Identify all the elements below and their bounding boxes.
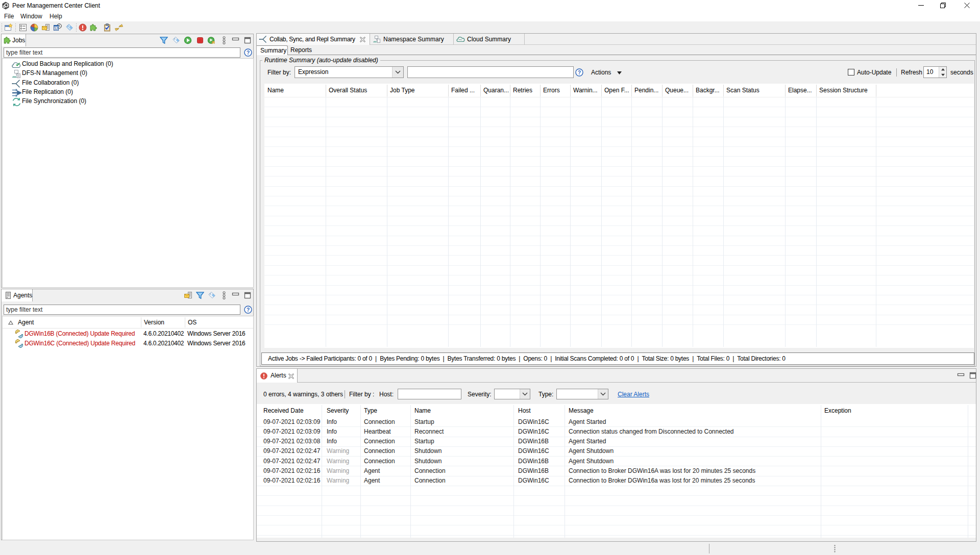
svg-text:?: ?	[578, 70, 581, 75]
svg-text:?: ?	[247, 50, 250, 56]
svg-text:12: 12	[54, 27, 58, 30]
svg-text:?: ?	[247, 307, 250, 313]
